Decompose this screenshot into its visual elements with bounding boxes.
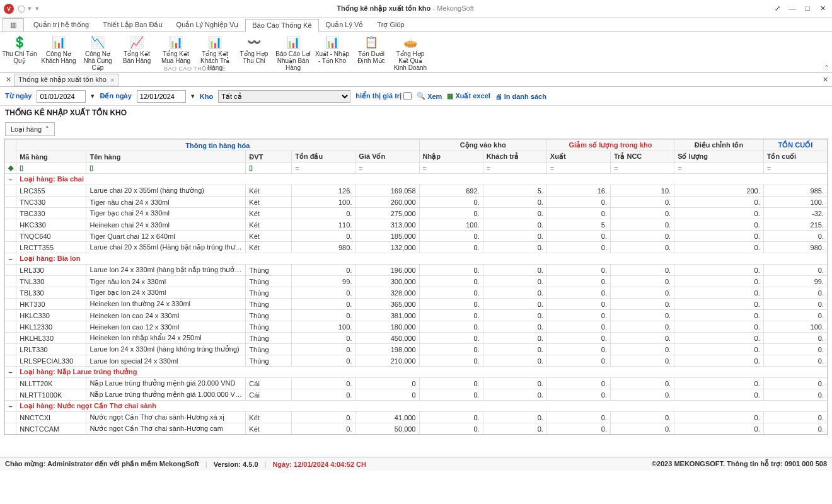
table-row[interactable]: NNCTCVAINước ngọt Cần Thơ chai sành-Hươn… <box>5 435 828 435</box>
quick-circle-icon[interactable]: ◯ <box>18 4 25 13</box>
ribbon-button[interactable]: 📈Tổng Kết Bán Hàng <box>117 34 156 71</box>
col-giavon[interactable]: Giá Vốn <box>355 151 419 163</box>
col-xuat[interactable]: Xuất <box>546 151 610 163</box>
warehouse-select[interactable]: Tất cả <box>218 90 350 103</box>
ribbon-button-icon: 📈 <box>118 35 155 49</box>
ribbon-button[interactable]: 📊Công Nợ Khách Hàng <box>39 34 78 71</box>
status-bar: Chào mừng: Administrator đến với phần mề… <box>0 457 832 471</box>
table-row[interactable]: HKLC330Heineken lon cao 24 x 330mlThùng0… <box>5 310 828 321</box>
ribbon-button-icon: 📊 <box>314 35 350 49</box>
ribbon-button-icon: 📊 <box>197 35 233 49</box>
to-date-input[interactable] <box>137 90 186 103</box>
ribbon-button-label: Xuất - Nhập - Tồn Kho <box>314 50 350 64</box>
ribbon-button[interactable]: 🥧Tổng Hợp Kết Quả Kinh Doanh <box>391 34 430 71</box>
ribbon-button[interactable]: 💲Thu Chi Tồn Quỹ <box>0 34 39 71</box>
document-tab-close-icon[interactable]: × <box>110 76 114 84</box>
minimize-icon[interactable]: — <box>787 4 798 13</box>
collapse-icon[interactable]: – <box>5 253 16 265</box>
table-row[interactable]: LRC355Larue chai 20 x 355ml (hàng thường… <box>5 185 828 197</box>
chevron-up-icon: ˄ <box>45 125 49 134</box>
panel-close-icon[interactable]: ✕ <box>823 76 828 84</box>
ribbon-button-icon: 📊 <box>275 35 311 49</box>
file-tab[interactable]: ▥ <box>3 18 24 31</box>
warehouse-label: Kho <box>200 93 213 100</box>
table-row[interactable]: TNQC640Tiger Quart chai 12 x 640mlKét0.1… <box>5 231 828 242</box>
printer-icon: 🖨 <box>495 93 502 100</box>
ribbon-button-label: Tổng Hợp Kết Quả Kinh Doanh <box>392 50 429 71</box>
col-tondau[interactable]: Tồn đầu <box>292 151 355 163</box>
ribbon-button[interactable]: 📊Xuất - Nhập - Tồn Kho <box>313 34 352 71</box>
group-header-row[interactable]: –Loại hàng: Nước ngọt Cần Thơ chai sành <box>5 401 828 412</box>
status-welcome: Chào mừng: Administrator đến với phần mề… <box>5 460 199 468</box>
ribbon-tab[interactable]: Quản Lý Nghiệp Vụ <box>170 18 246 31</box>
col-trancc[interactable]: Trả NCC <box>610 151 674 163</box>
table-row[interactable]: NLLTT20KNắp Larue trúng thưởng mệnh giá … <box>5 378 828 389</box>
group-header-row[interactable]: –Loại hàng: Nắp Larue trúng thưởng <box>5 367 828 378</box>
ribbon-tab[interactable]: Báo Cáo Thống Kê <box>245 19 318 32</box>
ribbon-button[interactable]: 📊Báo Cáo Lợi Nhuận Bán Hàng <box>274 34 313 71</box>
view-button[interactable]: 🔍Xem <box>417 92 442 100</box>
close-window-icon[interactable]: ✕ <box>817 4 828 13</box>
ribbon-button-label: Tổng Hợp Thu Chi <box>236 50 272 64</box>
ribbon-tab[interactable]: Quản trị hệ thống <box>26 18 96 31</box>
file-tab-icon: ▥ <box>10 21 16 29</box>
ribbon-button[interactable]: 📉Công Nợ Nhà Cung Cấp <box>78 34 117 71</box>
collapse-icon[interactable]: – <box>5 367 16 378</box>
filter-bar: Từ ngày ▾ Đến ngày ▾ Kho Tất cả hiển thị… <box>0 87 832 106</box>
table-row[interactable]: HKLHL330Heineken lon nhập khẩu 24 x 250m… <box>5 333 828 344</box>
ribbon-tabstrip: ▥ Quản trị hệ thốngThiết Lập Ban ĐầuQuản… <box>0 18 832 32</box>
from-date-picker-icon[interactable]: ▾ <box>91 92 95 100</box>
collapse-icon[interactable]: – <box>5 401 16 412</box>
status-datetime: Ngày: 12/01/2024 4:04:52 CH <box>272 461 366 468</box>
document-tab[interactable]: Thống kê nhập xuất tồn kho × <box>14 74 118 86</box>
col-dvt[interactable]: ĐVT <box>246 151 292 163</box>
print-button[interactable]: 🖨In danh sách <box>495 93 546 100</box>
table-row[interactable]: TNC330Tiger nâu chai 24 x 330mlKét100.26… <box>5 197 828 208</box>
table-row[interactable]: NLRTT1000KNắp Larue trúng thưởng mệnh gi… <box>5 389 828 401</box>
col-nhap[interactable]: Nhập <box>419 151 483 163</box>
group-by-chip[interactable]: Loại hàng ˄ <box>5 122 55 136</box>
ribbon-button-label: Tổng Kết Mua Hàng <box>158 50 194 64</box>
ribbon-button[interactable]: 📋Tồn Dưới Định Mức <box>352 34 391 71</box>
col-khachtra[interactable]: Khách trả <box>483 151 546 163</box>
ribbon-button[interactable]: 〰️Tổng Hợp Thu Chi <box>234 34 274 71</box>
collapse-icon[interactable]: – <box>5 174 16 185</box>
ribbon-button-icon: 💲 <box>1 35 38 49</box>
table-row[interactable]: TBC330Tiger bạc chai 24 x 330mlKét0.275,… <box>5 208 828 219</box>
col-code[interactable]: Mã hàng <box>16 151 86 163</box>
table-row[interactable]: HKT330Heineken lon thường 24 x 330mlThùn… <box>5 299 828 310</box>
table-row[interactable]: LRLSPECIAL330Larue lon special 24 x 330m… <box>5 355 828 367</box>
from-date-input[interactable] <box>37 90 86 103</box>
export-excel-button[interactable]: ▦Xuất excel <box>447 92 490 100</box>
col-sl[interactable]: Số lượng <box>674 151 764 163</box>
col-name[interactable]: Tên hàng <box>86 151 246 163</box>
data-grid[interactable]: Thông tin hàng hóa Cộng vào kho Giảm số … <box>4 139 828 435</box>
table-row[interactable]: TBL330Tiger bạc lon 24 x 330mlThùng0.328… <box>5 287 828 299</box>
close-all-tabs-icon[interactable]: ✕ <box>3 76 14 84</box>
filter-row[interactable]: ◆ ▯▯▯ ======== <box>5 163 828 174</box>
table-row[interactable]: LRL330Larue lon 24 x 330ml (hàng bật nắp… <box>5 265 828 276</box>
app-logo: V <box>4 4 14 14</box>
quick-dropdown-icon[interactable]: ▾ <box>28 4 32 13</box>
table-row[interactable]: HKL12330Heineken lon cao 12 x 330mlThùng… <box>5 321 828 333</box>
ribbon-tab[interactable]: Trợ Giúp <box>370 18 411 31</box>
group-header-row[interactable]: –Loại hàng: Bia lon <box>5 253 828 265</box>
ribbon-button-icon: 📊 <box>40 35 77 49</box>
show-price-checkbox[interactable]: hiển thị giá trị <box>355 92 412 100</box>
table-row[interactable]: HKC330Heineken chai 24 x 330mlKét110.313… <box>5 219 828 231</box>
ribbon-collapse-icon[interactable]: ˄ <box>825 64 828 71</box>
maximize-icon[interactable]: □ <box>802 4 813 13</box>
ribbon-tab[interactable]: Thiết Lập Ban Đầu <box>96 18 169 31</box>
table-row[interactable]: NNCTCXINước ngọt Cần Thơ chai sành-Hương… <box>5 412 828 423</box>
restore-down-icon[interactable]: ⤢ <box>771 4 783 13</box>
table-row[interactable]: LRCTT355Larue chai 20 x 355ml (Hàng bật … <box>5 242 828 253</box>
table-row[interactable]: TNL330Tiger nâu lon 24 x 330mlThùng99.30… <box>5 276 828 287</box>
report-title: THỐNG KÊ NHẬP XUẤT TỒN KHO <box>0 106 832 120</box>
group-header-row[interactable]: –Loại hàng: Bia chai <box>5 174 828 185</box>
to-date-picker-icon[interactable]: ▾ <box>191 92 195 100</box>
ribbon-tab[interactable]: Quản Lý Vỏ <box>319 18 371 31</box>
table-row[interactable]: LRLT330Larue lon 24 x 330ml (hàng không … <box>5 344 828 355</box>
col-toncuoi[interactable]: Tồn cuối <box>763 151 827 163</box>
filter-icon: ◆ <box>8 164 16 171</box>
table-row[interactable]: NNCTCCAMNước ngọt Cần Thơ chai sành-Hươn… <box>5 423 828 435</box>
